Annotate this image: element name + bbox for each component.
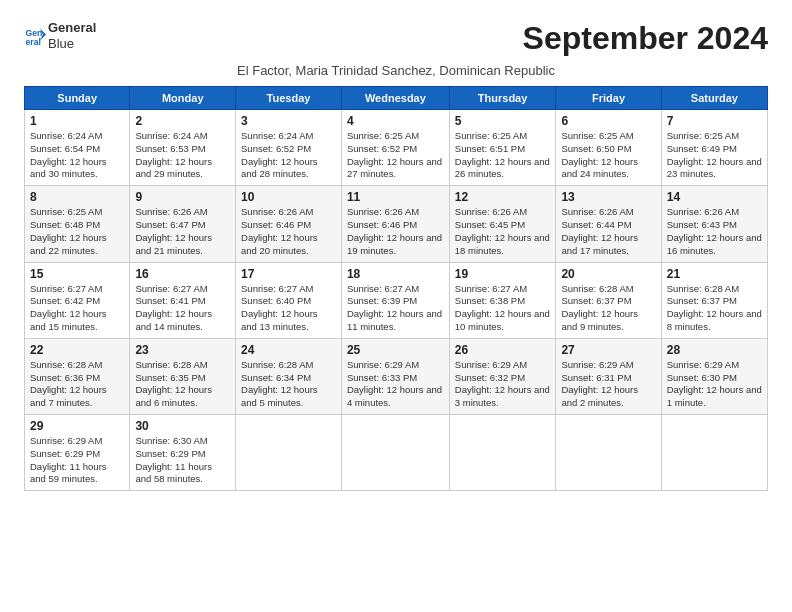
column-header-saturday: Saturday — [661, 87, 767, 110]
day-info: Sunrise: 6:26 AMSunset: 6:47 PMDaylight:… — [135, 206, 230, 257]
day-info: Sunrise: 6:27 AMSunset: 6:41 PMDaylight:… — [135, 283, 230, 334]
logo-text: General Blue — [48, 20, 96, 51]
day-cell: 2 Sunrise: 6:24 AMSunset: 6:53 PMDayligh… — [130, 110, 236, 186]
day-cell: 13 Sunrise: 6:26 AMSunset: 6:44 PMDaylig… — [556, 186, 661, 262]
day-cell: 25 Sunrise: 6:29 AMSunset: 6:33 PMDaylig… — [341, 338, 449, 414]
day-number: 5 — [455, 114, 551, 128]
column-header-wednesday: Wednesday — [341, 87, 449, 110]
day-number: 27 — [561, 343, 655, 357]
day-info: Sunrise: 6:28 AMSunset: 6:36 PMDaylight:… — [30, 359, 124, 410]
day-number: 17 — [241, 267, 336, 281]
day-cell: 7 Sunrise: 6:25 AMSunset: 6:49 PMDayligh… — [661, 110, 767, 186]
day-number: 18 — [347, 267, 444, 281]
week-row-3: 15 Sunrise: 6:27 AMSunset: 6:42 PMDaylig… — [25, 262, 768, 338]
day-info: Sunrise: 6:25 AMSunset: 6:50 PMDaylight:… — [561, 130, 655, 181]
day-number: 6 — [561, 114, 655, 128]
day-cell: 5 Sunrise: 6:25 AMSunset: 6:51 PMDayligh… — [449, 110, 556, 186]
day-info: Sunrise: 6:29 AMSunset: 6:30 PMDaylight:… — [667, 359, 762, 410]
calendar-header: SundayMondayTuesdayWednesdayThursdayFrid… — [25, 87, 768, 110]
logo: Gen eral General Blue — [24, 20, 96, 51]
day-info: Sunrise: 6:28 AMSunset: 6:37 PMDaylight:… — [667, 283, 762, 334]
day-cell: 3 Sunrise: 6:24 AMSunset: 6:52 PMDayligh… — [236, 110, 342, 186]
day-info: Sunrise: 6:30 AMSunset: 6:29 PMDaylight:… — [135, 435, 230, 486]
day-cell: 6 Sunrise: 6:25 AMSunset: 6:50 PMDayligh… — [556, 110, 661, 186]
title-section: September 2024 — [523, 20, 768, 57]
week-row-2: 8 Sunrise: 6:25 AMSunset: 6:48 PMDayligh… — [25, 186, 768, 262]
day-info: Sunrise: 6:25 AMSunset: 6:48 PMDaylight:… — [30, 206, 124, 257]
day-number: 9 — [135, 190, 230, 204]
day-cell: 26 Sunrise: 6:29 AMSunset: 6:32 PMDaylig… — [449, 338, 556, 414]
day-number: 20 — [561, 267, 655, 281]
column-header-friday: Friday — [556, 87, 661, 110]
day-info: Sunrise: 6:28 AMSunset: 6:37 PMDaylight:… — [561, 283, 655, 334]
day-number: 25 — [347, 343, 444, 357]
day-cell: 8 Sunrise: 6:25 AMSunset: 6:48 PMDayligh… — [25, 186, 130, 262]
day-number: 26 — [455, 343, 551, 357]
day-cell: 19 Sunrise: 6:27 AMSunset: 6:38 PMDaylig… — [449, 262, 556, 338]
day-info: Sunrise: 6:27 AMSunset: 6:38 PMDaylight:… — [455, 283, 551, 334]
day-cell — [236, 415, 342, 491]
day-info: Sunrise: 6:29 AMSunset: 6:31 PMDaylight:… — [561, 359, 655, 410]
day-cell: 9 Sunrise: 6:26 AMSunset: 6:47 PMDayligh… — [130, 186, 236, 262]
day-cell: 1 Sunrise: 6:24 AMSunset: 6:54 PMDayligh… — [25, 110, 130, 186]
svg-text:eral: eral — [26, 36, 41, 46]
day-cell: 29 Sunrise: 6:29 AMSunset: 6:29 PMDaylig… — [25, 415, 130, 491]
day-number: 1 — [30, 114, 124, 128]
day-number: 28 — [667, 343, 762, 357]
day-info: Sunrise: 6:24 AMSunset: 6:54 PMDaylight:… — [30, 130, 124, 181]
day-number: 29 — [30, 419, 124, 433]
day-cell: 23 Sunrise: 6:28 AMSunset: 6:35 PMDaylig… — [130, 338, 236, 414]
week-row-5: 29 Sunrise: 6:29 AMSunset: 6:29 PMDaylig… — [25, 415, 768, 491]
day-cell: 18 Sunrise: 6:27 AMSunset: 6:39 PMDaylig… — [341, 262, 449, 338]
day-cell: 11 Sunrise: 6:26 AMSunset: 6:46 PMDaylig… — [341, 186, 449, 262]
day-info: Sunrise: 6:29 AMSunset: 6:32 PMDaylight:… — [455, 359, 551, 410]
day-info: Sunrise: 6:25 AMSunset: 6:51 PMDaylight:… — [455, 130, 551, 181]
day-number: 12 — [455, 190, 551, 204]
day-number: 30 — [135, 419, 230, 433]
day-cell — [341, 415, 449, 491]
column-header-tuesday: Tuesday — [236, 87, 342, 110]
day-cell: 27 Sunrise: 6:29 AMSunset: 6:31 PMDaylig… — [556, 338, 661, 414]
column-header-thursday: Thursday — [449, 87, 556, 110]
day-cell: 30 Sunrise: 6:30 AMSunset: 6:29 PMDaylig… — [130, 415, 236, 491]
day-number: 10 — [241, 190, 336, 204]
day-cell: 15 Sunrise: 6:27 AMSunset: 6:42 PMDaylig… — [25, 262, 130, 338]
day-number: 15 — [30, 267, 124, 281]
logo-icon: Gen eral — [24, 25, 46, 47]
calendar-body: 1 Sunrise: 6:24 AMSunset: 6:54 PMDayligh… — [25, 110, 768, 491]
day-cell: 14 Sunrise: 6:26 AMSunset: 6:43 PMDaylig… — [661, 186, 767, 262]
day-info: Sunrise: 6:25 AMSunset: 6:52 PMDaylight:… — [347, 130, 444, 181]
day-info: Sunrise: 6:28 AMSunset: 6:35 PMDaylight:… — [135, 359, 230, 410]
day-cell: 10 Sunrise: 6:26 AMSunset: 6:46 PMDaylig… — [236, 186, 342, 262]
week-row-4: 22 Sunrise: 6:28 AMSunset: 6:36 PMDaylig… — [25, 338, 768, 414]
day-number: 11 — [347, 190, 444, 204]
day-info: Sunrise: 6:29 AMSunset: 6:33 PMDaylight:… — [347, 359, 444, 410]
day-info: Sunrise: 6:27 AMSunset: 6:40 PMDaylight:… — [241, 283, 336, 334]
day-info: Sunrise: 6:27 AMSunset: 6:42 PMDaylight:… — [30, 283, 124, 334]
day-cell: 28 Sunrise: 6:29 AMSunset: 6:30 PMDaylig… — [661, 338, 767, 414]
day-info: Sunrise: 6:24 AMSunset: 6:53 PMDaylight:… — [135, 130, 230, 181]
day-number: 23 — [135, 343, 230, 357]
day-info: Sunrise: 6:27 AMSunset: 6:39 PMDaylight:… — [347, 283, 444, 334]
day-number: 4 — [347, 114, 444, 128]
header: Gen eral General Blue September 2024 — [24, 20, 768, 57]
day-number: 14 — [667, 190, 762, 204]
column-header-monday: Monday — [130, 87, 236, 110]
day-number: 7 — [667, 114, 762, 128]
day-info: Sunrise: 6:29 AMSunset: 6:29 PMDaylight:… — [30, 435, 124, 486]
day-cell: 17 Sunrise: 6:27 AMSunset: 6:40 PMDaylig… — [236, 262, 342, 338]
day-info: Sunrise: 6:28 AMSunset: 6:34 PMDaylight:… — [241, 359, 336, 410]
day-info: Sunrise: 6:26 AMSunset: 6:45 PMDaylight:… — [455, 206, 551, 257]
day-cell: 20 Sunrise: 6:28 AMSunset: 6:37 PMDaylig… — [556, 262, 661, 338]
day-cell: 12 Sunrise: 6:26 AMSunset: 6:45 PMDaylig… — [449, 186, 556, 262]
day-cell: 22 Sunrise: 6:28 AMSunset: 6:36 PMDaylig… — [25, 338, 130, 414]
header-row: SundayMondayTuesdayWednesdayThursdayFrid… — [25, 87, 768, 110]
day-cell — [556, 415, 661, 491]
day-number: 22 — [30, 343, 124, 357]
day-number: 3 — [241, 114, 336, 128]
day-cell — [449, 415, 556, 491]
day-info: Sunrise: 6:26 AMSunset: 6:46 PMDaylight:… — [347, 206, 444, 257]
day-number: 19 — [455, 267, 551, 281]
day-cell: 21 Sunrise: 6:28 AMSunset: 6:37 PMDaylig… — [661, 262, 767, 338]
day-number: 8 — [30, 190, 124, 204]
